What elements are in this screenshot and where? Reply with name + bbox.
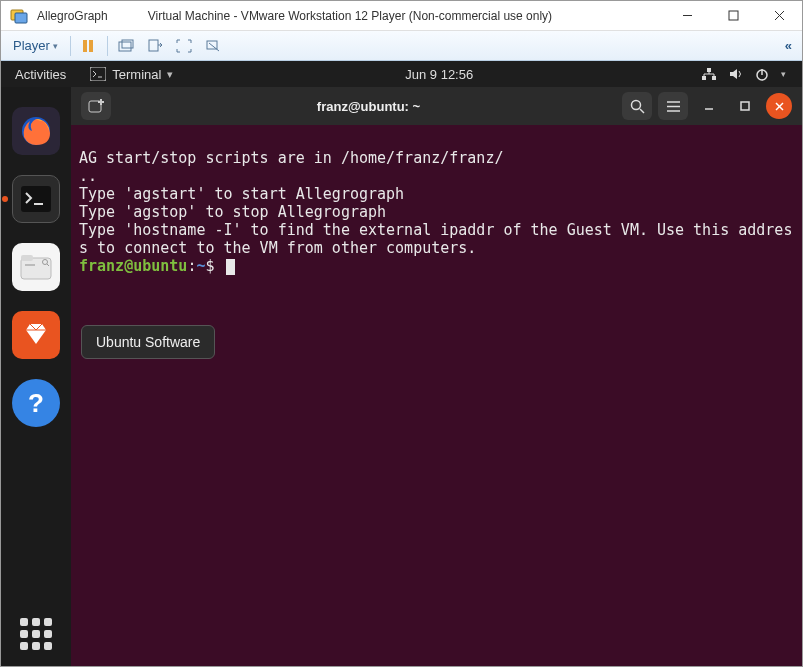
svg-rect-3 xyxy=(729,11,738,20)
prompt-symbol: $ xyxy=(205,257,214,275)
dock-item-firefox[interactable] xyxy=(12,107,60,155)
collapse-chevron-icon[interactable]: « xyxy=(785,38,796,53)
activities-button[interactable]: Activities xyxy=(1,67,80,82)
desktop-area: ? franz@ubuntu: ~ xyxy=(1,87,802,667)
svg-rect-25 xyxy=(25,264,35,266)
dock: ? xyxy=(1,87,71,667)
volume-icon xyxy=(729,67,743,81)
windows-title-bar: AllegroGraph Virtual Machine - VMware Wo… xyxy=(1,1,802,31)
terminal-line: Type 'agstop' to stop Allegrograph xyxy=(79,203,386,221)
svg-rect-8 xyxy=(119,42,131,51)
terminal-line: Type 'hostname -I' to find the external … xyxy=(79,221,792,257)
new-tab-button[interactable] xyxy=(81,92,111,120)
svg-rect-1 xyxy=(15,13,27,23)
svg-rect-15 xyxy=(707,68,711,72)
hamburger-menu-button[interactable] xyxy=(658,92,688,120)
svg-line-32 xyxy=(640,109,644,113)
window-maximize-button[interactable] xyxy=(730,92,760,120)
svg-rect-7 xyxy=(89,40,93,52)
snap-icon[interactable] xyxy=(142,34,168,58)
window-subtitle: Virtual Machine - VMware Workstation 12 … xyxy=(148,9,552,23)
dock-tooltip: Ubuntu Software xyxy=(81,325,215,359)
chevron-down-icon: ▾ xyxy=(781,69,786,79)
svg-rect-37 xyxy=(741,102,749,110)
app-menu-label: Terminal xyxy=(112,67,161,82)
window-minimize-button[interactable] xyxy=(694,92,724,120)
minimize-button[interactable] xyxy=(664,1,710,31)
chevron-down-icon: ▾ xyxy=(167,68,173,81)
system-status-area[interactable]: ▾ xyxy=(695,67,802,81)
svg-rect-24 xyxy=(21,255,33,261)
terminal-line: .. xyxy=(79,167,97,185)
terminal-header-bar: franz@ubuntu: ~ xyxy=(71,87,802,125)
workspace: franz@ubuntu: ~ AG start/stop scripts ar… xyxy=(71,87,802,667)
window-app-name: AllegroGraph xyxy=(37,9,108,23)
show-applications-button[interactable] xyxy=(20,618,52,650)
svg-rect-23 xyxy=(21,258,51,279)
app-menu[interactable]: Terminal ▾ xyxy=(80,67,183,82)
terminal-line: AG start/stop scripts are in /home/franz… xyxy=(79,149,503,167)
svg-rect-6 xyxy=(83,40,87,52)
pause-button[interactable] xyxy=(75,34,101,58)
terminal-cursor xyxy=(226,259,235,275)
dock-item-software[interactable] xyxy=(12,311,60,359)
svg-rect-13 xyxy=(90,67,106,81)
clock[interactable]: Jun 9 12:56 xyxy=(183,67,695,82)
fullscreen-icon[interactable] xyxy=(170,34,198,58)
player-menu[interactable]: Player xyxy=(7,34,64,58)
svg-rect-10 xyxy=(149,40,158,51)
terminal-output[interactable]: AG start/stop scripts are in /home/franz… xyxy=(71,125,802,299)
network-icon xyxy=(701,67,717,81)
terminal-small-icon xyxy=(90,67,106,81)
dock-item-files[interactable] xyxy=(12,243,60,291)
dock-item-help[interactable]: ? xyxy=(12,379,60,427)
terminal-line: Type 'agstart' to start Allegrograph xyxy=(79,185,404,203)
unity-icon[interactable] xyxy=(200,34,228,58)
window-close-button[interactable] xyxy=(766,93,792,119)
svg-rect-21 xyxy=(21,186,51,212)
gnome-top-bar: Activities Terminal ▾ Jun 9 12:56 ▾ xyxy=(1,61,802,87)
terminal-title: franz@ubuntu: ~ xyxy=(121,99,616,114)
dock-item-terminal[interactable] xyxy=(12,175,60,223)
close-button[interactable] xyxy=(756,1,802,31)
maximize-button[interactable] xyxy=(710,1,756,31)
vmware-app-icon xyxy=(7,4,31,28)
prompt-user: franz@ubuntu xyxy=(79,257,187,275)
send-ctrl-alt-del-icon[interactable] xyxy=(112,34,140,58)
svg-rect-17 xyxy=(712,76,716,80)
power-icon xyxy=(755,67,769,81)
search-button[interactable] xyxy=(622,92,652,120)
svg-rect-16 xyxy=(702,76,706,80)
vmware-toolbar: Player « xyxy=(1,31,802,61)
svg-point-31 xyxy=(631,100,640,109)
